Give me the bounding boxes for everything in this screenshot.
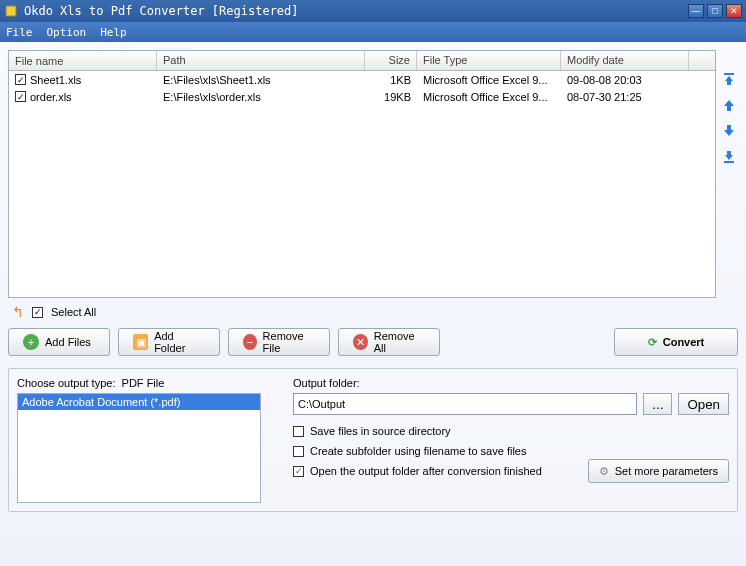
menu-option[interactable]: Option — [47, 26, 87, 39]
save-in-source-label: Save files in source directory — [310, 425, 451, 437]
row-date: 09-08-08 20:03 — [561, 74, 689, 86]
gear-icon: ⚙ — [599, 465, 609, 478]
svg-rect-2 — [724, 161, 734, 163]
output-type-list[interactable]: Adobe Acrobat Document (*.pdf) — [17, 393, 261, 503]
output-type-label: Choose output type: PDF File — [17, 377, 261, 389]
minus-icon: − — [243, 334, 257, 350]
close-button[interactable]: ✕ — [726, 4, 742, 18]
menubar: File Option Help — [0, 22, 746, 42]
row-path: E:\Files\xls\order.xls — [157, 91, 365, 103]
convert-icon: ⟳ — [648, 336, 657, 349]
more-parameters-button[interactable]: ⚙Set more parameters — [588, 459, 729, 483]
titlebar: Okdo Xls to Pdf Converter [Registered] —… — [0, 0, 746, 22]
move-down-button[interactable] — [720, 122, 738, 140]
save-in-source-checkbox[interactable] — [293, 426, 304, 437]
col-header-path[interactable]: Path — [157, 51, 365, 70]
convert-button[interactable]: ⟳Convert — [614, 328, 738, 356]
open-folder-button[interactable]: Open — [678, 393, 729, 415]
folder-icon: ▣ — [133, 334, 148, 350]
row-filename: Sheet1.xls — [30, 74, 81, 86]
output-folder-label: Output folder: — [293, 377, 729, 389]
select-all-label: Select All — [51, 306, 96, 318]
col-header-name[interactable]: File name — [9, 51, 157, 70]
col-header-date[interactable]: Modify date — [561, 51, 689, 70]
maximize-button[interactable]: □ — [707, 4, 723, 18]
row-checkbox[interactable]: ✓ — [15, 74, 26, 85]
row-checkbox[interactable]: ✓ — [15, 91, 26, 102]
app-icon — [4, 4, 18, 18]
add-files-button[interactable]: +Add Files — [8, 328, 110, 356]
table-row[interactable]: ✓order.xlsE:\Files\xls\order.xls19KBMicr… — [9, 88, 715, 105]
open-after-label: Open the output folder after conversion … — [310, 465, 542, 477]
create-subfolder-label: Create subfolder using filename to save … — [310, 445, 526, 457]
row-type: Microsoft Office Excel 9... — [417, 74, 561, 86]
x-icon: ✕ — [353, 334, 368, 350]
add-folder-button[interactable]: ▣Add Folder — [118, 328, 220, 356]
remove-all-button[interactable]: ✕Remove All — [338, 328, 440, 356]
browse-button[interactable]: ... — [643, 393, 672, 415]
menu-file[interactable]: File — [6, 26, 33, 39]
create-subfolder-checkbox[interactable] — [293, 446, 304, 457]
select-all-checkbox[interactable]: ✓ — [32, 307, 43, 318]
output-folder-input[interactable] — [293, 393, 637, 415]
row-date: 08-07-30 21:25 — [561, 91, 689, 103]
window-title: Okdo Xls to Pdf Converter [Registered] — [24, 4, 688, 18]
svg-rect-1 — [724, 73, 734, 75]
remove-file-button[interactable]: −Remove File — [228, 328, 330, 356]
row-filename: order.xls — [30, 91, 72, 103]
row-size: 1KB — [365, 74, 417, 86]
row-path: E:\Files\xls\Sheet1.xls — [157, 74, 365, 86]
table-row[interactable]: ✓Sheet1.xlsE:\Files\xls\Sheet1.xls1KBMic… — [9, 71, 715, 88]
col-header-size[interactable]: Size — [365, 51, 417, 70]
move-bottom-button[interactable] — [720, 148, 738, 166]
table-header: File name Path Size File Type Modify dat… — [9, 51, 715, 71]
move-up-button[interactable] — [720, 96, 738, 114]
open-after-checkbox[interactable]: ✓ — [293, 466, 304, 477]
menu-help[interactable]: Help — [100, 26, 127, 39]
output-type-selected[interactable]: Adobe Acrobat Document (*.pdf) — [18, 394, 260, 410]
row-type: Microsoft Office Excel 9... — [417, 91, 561, 103]
col-header-type[interactable]: File Type — [417, 51, 561, 70]
plus-icon: + — [23, 334, 39, 350]
up-folder-icon[interactable]: ↰ — [12, 304, 24, 320]
minimize-button[interactable]: — — [688, 4, 704, 18]
svg-rect-0 — [6, 6, 16, 16]
move-top-button[interactable] — [720, 70, 738, 88]
row-size: 19KB — [365, 91, 417, 103]
file-table: File name Path Size File Type Modify dat… — [8, 50, 716, 298]
